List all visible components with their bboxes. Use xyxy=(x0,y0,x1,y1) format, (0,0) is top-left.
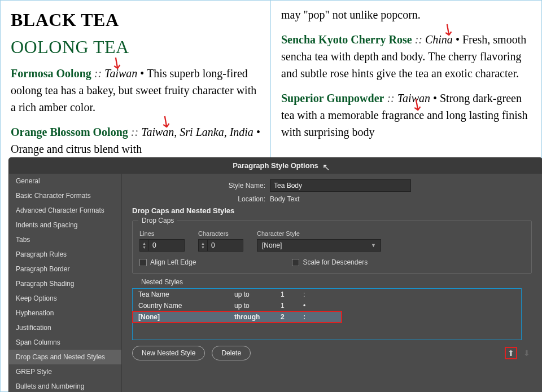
move-up-button[interactable]: ⬆ xyxy=(506,348,516,358)
nested-style-count: 1 xyxy=(281,290,303,298)
scale-descenders-checkbox[interactable]: Scale for Descenders xyxy=(292,258,368,266)
sidebar-item[interactable]: Basic Character Formats xyxy=(9,188,121,203)
country-name: Taiwan xyxy=(104,67,137,80)
lines-value: 0 xyxy=(149,241,160,249)
nested-style-blank xyxy=(133,323,521,340)
tea-paragraph: Superior Gunpowder :: Taiwan • Strong da… xyxy=(281,90,531,140)
char-style-label: Character Style xyxy=(257,230,381,237)
nested-style-delim: • xyxy=(303,302,515,310)
nested-style-delim: : xyxy=(303,290,515,298)
sidebar-item[interactable]: Keep Options xyxy=(9,291,121,306)
nested-style-name: Country Name xyxy=(138,302,234,310)
paragraph-style-options-dialog: Paragraph Style Options GeneralBasic Cha… xyxy=(9,158,542,392)
drop-caps-legend: Drop Caps xyxy=(138,217,177,224)
style-name-label: Style Name: xyxy=(132,182,270,190)
sidebar-item[interactable]: Span Columns xyxy=(9,335,121,350)
chevron-down-icon: ▼ xyxy=(371,243,376,248)
nested-style-row-selected[interactable]: [None] through 2 : xyxy=(133,311,342,323)
sidebar-item[interactable]: General xyxy=(9,174,121,188)
nested-style-name: [None] xyxy=(138,313,234,321)
nested-style-op: up to xyxy=(234,302,281,310)
scale-descenders-label: Scale for Descenders xyxy=(303,258,368,266)
nested-style-row[interactable]: Tea Name up to 1 : xyxy=(133,289,521,300)
heading-green: OOLONG TEA xyxy=(11,33,260,60)
separator: :: xyxy=(412,33,425,46)
characters-label: Characters xyxy=(198,230,243,237)
heading-black: BLACK TEA xyxy=(11,6,260,33)
tea-paragraph: Formosa Oolong :: Taiwan • This superb l… xyxy=(11,65,260,116)
sidebar-item[interactable]: Tabs xyxy=(9,232,121,247)
country-name: Taiwan xyxy=(397,92,430,104)
sidebar-item[interactable]: Bullets and Numbering xyxy=(9,379,121,392)
dialog-title[interactable]: Paragraph Style Options xyxy=(9,158,542,174)
nested-style-count: 1 xyxy=(281,302,303,310)
tea-paragraph: Sencha Kyoto Cherry Rose :: China • Fres… xyxy=(281,31,531,82)
tea-name: Sencha Kyoto Cherry Rose xyxy=(281,33,412,46)
tea-name: Formosa Oolong xyxy=(11,67,91,80)
location-label: Location: xyxy=(132,195,270,203)
nested-styles-table[interactable]: Tea Name up to 1 : Country Name up to 1 … xyxy=(132,288,522,340)
sidebar-item[interactable]: Indents and Spacing xyxy=(9,218,121,232)
sidebar-item[interactable]: Paragraph Border xyxy=(9,262,121,276)
dialog-main: Style Name: Location: Body Text Drop Cap… xyxy=(122,174,542,392)
separator: :: xyxy=(384,92,397,104)
lines-label: Lines xyxy=(139,230,185,237)
sidebar-item[interactable]: Paragraph Rules xyxy=(9,247,121,262)
new-nested-style-button[interactable]: New Nested Style xyxy=(132,346,205,360)
nested-style-name: Tea Name xyxy=(138,290,234,298)
tea-body: may "pop" not unlike popcorn. xyxy=(281,6,531,23)
separator: :: xyxy=(91,67,104,80)
lines-spinner[interactable]: ▲▼ 0 xyxy=(139,239,185,252)
separator: :: xyxy=(128,126,141,138)
nested-styles-group: Nested Styles Tea Name up to 1 : Country… xyxy=(132,283,532,360)
nested-style-row[interactable]: Country Name up to 1 • xyxy=(133,300,521,311)
nested-style-op: up to xyxy=(234,290,281,298)
tea-name: Superior Gunpowder xyxy=(281,92,384,104)
checkbox-icon xyxy=(139,259,147,266)
sidebar-item[interactable]: Justification xyxy=(9,320,121,335)
country-name: China xyxy=(425,33,453,46)
characters-value: 0 xyxy=(208,241,218,249)
drop-caps-group: Drop Caps Lines ▲▼ 0 Characters ▲▼ 0 xyxy=(132,221,532,274)
country-name: Taiwan, Sri Lanka, India xyxy=(141,126,253,138)
sidebar-item[interactable]: Hyphenation xyxy=(9,306,121,320)
align-left-checkbox[interactable]: Align Left Edge xyxy=(139,258,196,266)
style-name-input[interactable] xyxy=(270,179,411,192)
reorder-buttons: ⬆ ⬇ xyxy=(506,348,532,358)
tea-name: Orange Blossom Oolong xyxy=(11,126,128,138)
move-down-button[interactable]: ⬇ xyxy=(522,348,532,358)
align-left-label: Align Left Edge xyxy=(150,258,196,266)
sidebar-item[interactable]: GREP Style xyxy=(9,364,121,379)
dialog-sidebar: GeneralBasic Character FormatsAdvanced C… xyxy=(9,174,122,392)
sidebar-item[interactable]: Paragraph Shading xyxy=(9,276,121,291)
nested-style-count: 2 xyxy=(281,313,303,321)
section-title: Drop Caps and Nested Styles xyxy=(132,206,532,215)
char-style-value: [None] xyxy=(262,241,282,249)
location-value: Body Text xyxy=(270,195,299,203)
nested-styles-legend: Nested Styles xyxy=(138,278,186,286)
spinner-arrows-icon[interactable]: ▲▼ xyxy=(140,240,149,251)
nested-style-delim: : xyxy=(303,313,336,321)
char-style-select[interactable]: [None] ▼ xyxy=(257,239,381,252)
tea-paragraph: Orange Blossom Oolong :: Taiwan, Sri Lan… xyxy=(11,124,260,157)
characters-spinner[interactable]: ▲▼ 0 xyxy=(198,239,243,252)
checkbox-icon xyxy=(292,259,299,266)
nested-style-op: through xyxy=(234,313,281,321)
sidebar-item[interactable]: Advanced Character Formats xyxy=(9,203,121,218)
delete-button[interactable]: Delete xyxy=(212,346,251,360)
spinner-arrows-icon[interactable]: ▲▼ xyxy=(199,240,208,251)
sidebar-item[interactable]: Drop Caps and Nested Styles xyxy=(9,350,121,364)
